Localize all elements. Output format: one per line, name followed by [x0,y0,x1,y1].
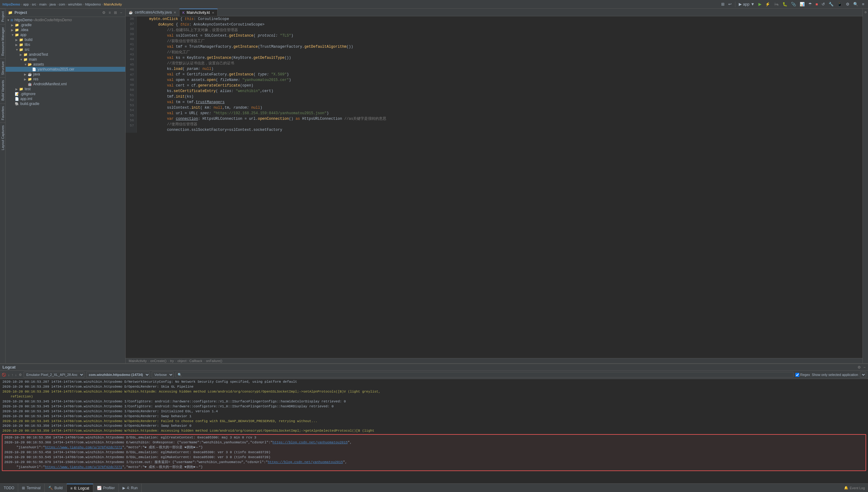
folder-icon-androidtest: 📁 [23,53,28,57]
ln53: 53 [128,103,134,108]
code-line-38: doAsync { this: AnkoAsyncContext<Corouti… [141,22,859,27]
tab-build[interactable]: 🔨 Build [45,484,67,492]
sep4: › [47,2,49,6]
tree-item-idea[interactable]: ▶ 📁 .idea [5,27,125,32]
debug-btn[interactable]: 🐛 [781,1,789,7]
regex-checkbox[interactable] [795,373,799,377]
vert-tab-resource[interactable]: Resource Manager [0,24,5,58]
tree-item-app[interactable]: ▼ 📁 app [5,32,125,37]
logcat-minimize-btn[interactable]: − [863,365,866,369]
search-btn[interactable]: 🔍 [852,1,859,7]
tree-item-androidtest[interactable]: ▶ 📁 androidTest [5,52,125,57]
app-selector[interactable]: ▶ app ▼ [738,1,756,7]
label-gradle: .gradle [20,23,32,27]
gear-btn[interactable]: ≡ [108,10,111,16]
r-icon1[interactable]: ⚙ [863,10,868,15]
layout-btn[interactable]: ⊞ [720,1,726,7]
tab-profiler[interactable]: 📈 Profiler [93,484,119,492]
arrow-app: ▼ [11,33,14,36]
tree-item-cer[interactable]: 📄 yanhuomatou2015.cer [5,67,125,72]
minimize-btn[interactable]: − [120,10,123,16]
expand-btn[interactable]: ⊞ [113,10,118,16]
sep3: › [37,2,39,6]
avd-btn[interactable]: 📱 [836,1,843,7]
event-log[interactable]: 🔔 Event Log [841,486,868,490]
log-line-3: 2020-10-20 00:16:53.290 14734-14757/com.… [2,390,866,399]
logcat-settings-btn[interactable]: ⚙ [858,365,861,369]
ant-btn[interactable]: 🐜 [772,1,780,7]
logcat-up-btn[interactable]: ↑ [12,373,14,376]
logcat-search-input[interactable] [175,372,793,377]
lightning-btn[interactable]: ⚡ [764,1,771,7]
tab-main[interactable]: K MainActivity.kt ✕ [179,9,218,16]
tab-terminal[interactable]: ⊞ Terminal [18,484,44,492]
vert-tab-captures[interactable]: Layout Captures [0,123,5,153]
tree-item-main[interactable]: ▼ 📁 main [5,57,125,62]
csdn-link[interactable]: https://blog.csdn.net/yanhuomatou2015 [273,441,348,444]
vert-tab-project[interactable]: Project [0,9,5,24]
stop-btn[interactable]: ■ [814,1,819,7]
bc-sep2: › [168,359,169,363]
code-editor[interactable]: 36 37 38 39 40 41 42 43 44 45 46 47 48 4… [126,16,863,358]
arrow-gradle: ▶ [11,23,14,27]
tab-cert[interactable]: ☕ certificatesActivity.java ✕ [126,9,179,16]
tree-item-buildgradle[interactable]: 🐘 build.gradle [5,101,125,106]
build-icon: 🔨 [48,486,53,490]
level-select[interactable]: Verbose Debug Info Warn Error [152,372,174,378]
logcat-scroll-btn[interactable]: ↓ [8,373,10,376]
cog-btn[interactable]: ⚙ [102,10,106,16]
tab-run[interactable]: ▶ 4: Run [119,484,142,492]
tree-item-gradle[interactable]: ▶ 📁 .gradle [5,23,125,27]
close-cert[interactable]: ✕ [174,11,176,14]
folder-icon-gradle: 📁 [15,23,19,27]
jianshu-link-2[interactable]: https://www.jianshu.com/u/376f42dc7271 [45,465,122,469]
vert-tab-structure[interactable]: Structure [0,58,5,78]
gradle-btn[interactable]: 🔧 [827,1,835,7]
tab-logcat[interactable]: ≡ 6: Logcat [67,484,93,492]
breadcrumb-httpsdemo[interactable]: httpsDemo [2,2,20,6]
tree-item-libs[interactable]: ▶ 📁 libs [5,42,125,47]
line-numbers: 36 37 38 39 40 41 42 43 44 45 46 47 48 4… [126,16,137,133]
ln37: 37 [128,22,134,27]
tree-item-manifest[interactable]: 🤖 AndroidManifest.xml [5,81,125,87]
close-main[interactable]: ✕ [212,11,214,15]
vert-tab-favorites[interactable]: Favorites [0,103,5,123]
coverage-btn[interactable]: ☂ [807,1,813,7]
tree-item-assets[interactable]: ▼ 📂 assets [5,62,125,67]
ln47: 47 [128,72,134,78]
tree-item-gitignore[interactable]: 📝 .gitignore [5,92,125,96]
csdn-link-2[interactable]: https://blog.csdn.net/yanhuomatou2015 [268,460,343,464]
tree-item-test[interactable]: ▶ 📁 test [5,87,125,92]
ln44: 44 [128,57,134,62]
device-select[interactable]: Emulator Pixel_2_XL_API_28 Anc [24,372,84,378]
regex-label[interactable]: Regex [795,373,810,377]
ln55: 55 [128,113,134,118]
tree-item-java[interactable]: ▶ ☕ java [5,72,125,77]
logcat-clear-btn[interactable]: 🚫 [2,373,6,377]
tree-item-build[interactable]: ▶ 📁 build [5,37,125,42]
bc-app: app [23,2,29,6]
run-btn[interactable]: ▶ [757,1,763,7]
path-httpsdemo: ~/kotlinCode/httpsDemo [32,18,72,22]
show-only-select[interactable] [860,372,866,378]
tree-item-src[interactable]: ▼ 📁 src [5,47,125,52]
logcat-prev-btn[interactable]: ⚙ [19,373,22,377]
profile-btn[interactable]: 📊 [798,1,806,7]
kt-icon: K [182,11,185,15]
tree-item-httpsdemo[interactable]: ▼ ⊞ httpsDemo ~/kotlinCode/httpsDemo [5,18,125,23]
jianshu-link-1[interactable]: https://www.jianshu.com/u/376f42dc7271 [45,445,122,449]
back-btn[interactable]: ↩ [727,1,733,7]
sync-btn[interactable]: ↺ [820,1,826,7]
tab-todo[interactable]: TODO [0,484,18,492]
tree-item-res[interactable]: ▶ 📁 res [5,77,125,81]
code-line-43: //初始化工厂 [141,50,859,55]
attach-btn[interactable]: 📎 [790,1,797,7]
tree-item-appiml[interactable]: 📄 app.iml [5,96,125,101]
sdk-btn[interactable]: ⚙ [845,1,851,7]
more-btn[interactable]: ≡ [861,1,866,7]
logcat-content[interactable]: 2020-10-20 00:16:53.207 14734-14734/com.… [0,379,868,483]
folder-icon-assets: 📂 [28,63,32,67]
vert-tab-buildvariants[interactable]: Build Variants [0,77,5,103]
logcat-down-btn[interactable]: ↓ [15,373,17,376]
app-select[interactable]: com.winzhibin.httpsdemo (14734) [86,372,150,378]
